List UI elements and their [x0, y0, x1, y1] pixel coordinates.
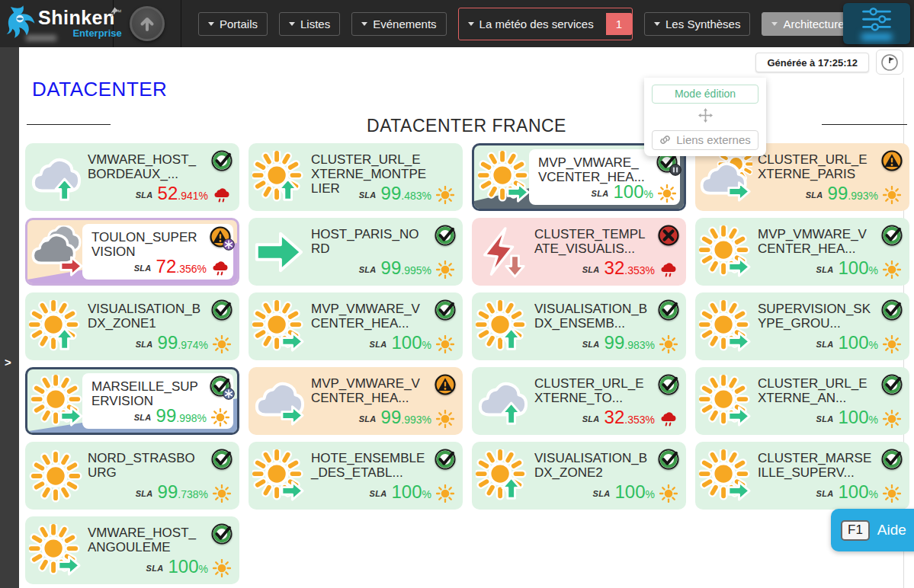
tile-weather-icon [699, 151, 752, 204]
service-tile[interactable]: VMWARE_HOST_BORDEAUX_... SLA 52.941% [25, 143, 239, 211]
scroll-top-button[interactable] [130, 6, 165, 41]
service-tile[interactable]: CLUSTER_URL_EXTERNE_MONTPELIER SLA 99.48… [249, 143, 463, 211]
service-tile[interactable]: HOST_PARIS_NORD SLA 99.995% [249, 218, 463, 286]
alert-count-badge: 1 [606, 13, 632, 35]
menu-listes[interactable]: Listes [279, 12, 340, 36]
sla-label: SLA [816, 265, 834, 274]
menu-syntheses[interactable]: Les Synthèses [644, 12, 750, 36]
status-badge [657, 224, 680, 247]
service-tile[interactable]: CLUSTER_MARSEILLE_SUPERV... SLA 100% [695, 442, 909, 510]
service-tile[interactable]: MVP_VMWARE_VCENTER_HEA... SLA 100% [249, 292, 463, 360]
sla-label: SLA [359, 265, 377, 274]
tile-name: VISUALISATION_BDX_ZONE1 [88, 302, 204, 331]
status-badge [210, 149, 233, 172]
service-tile[interactable]: CLUSTER_URL_EXTERNE_TO... SLA 32.353% [472, 367, 686, 435]
service-tile[interactable]: VISUALISATION_BDX_ZONE1 SLA 99.974% [25, 292, 239, 360]
tile-name: VMWARE_HOST_ANGOULEME [88, 526, 204, 554]
sla-label: SLA [816, 340, 834, 349]
generated-time-chip[interactable]: Générée à 17:25:12 [755, 53, 869, 72]
status-badge [434, 224, 457, 247]
main-content: Générée à 17:25:12 DATACENTER DATACENTER… [19, 47, 914, 588]
tile-weather-icon [699, 225, 752, 279]
tile-name: VISUALISATION_BDX_ENSEMB... [534, 302, 651, 331]
sla-value: 100% [614, 183, 654, 203]
service-tile[interactable]: NORD_STRASBOURG SLA 99.738% [25, 442, 239, 510]
navbar-divider [181, 0, 181, 47]
sla-label: SLA [359, 190, 377, 200]
menu-meteo-services[interactable]: La météo des services1 [458, 8, 633, 40]
help-label: Aide [877, 522, 906, 538]
sla-label: SLA [370, 340, 387, 349]
service-tile[interactable]: CLUSTER_TEMPLATE_VISUALIS... SLA 32.353% [472, 218, 686, 286]
service-tile[interactable]: MVP_VMWARE_VCENTER_HEA... SLA 99.993% [249, 367, 463, 435]
sla-value: 99.483% [381, 184, 431, 205]
sla-value: 100% [168, 558, 209, 578]
sla-label: SLA [582, 340, 600, 349]
sla-value: 100% [392, 483, 432, 503]
sla-value: 99.998% [156, 407, 207, 427]
sla-label: SLA [816, 414, 834, 423]
tile-weather-icon [252, 449, 306, 503]
service-tile[interactable]: CLUSTER_URL_EXTERNE_AN... SLA 100% [695, 367, 909, 435]
tile-weather-icon [31, 225, 85, 279]
tile-name: VMWARE_HOST_BORDEAUX_... [88, 152, 204, 181]
tile-weather-icon [29, 524, 82, 577]
tile-name: CLUSTER_TEMPLATE_VISUALIS... [534, 227, 651, 256]
tile-weather-icon [29, 300, 82, 353]
sla-trend-icon [211, 408, 229, 427]
sidebar-expand-chevron[interactable]: > [5, 356, 11, 369]
move-handle[interactable] [698, 107, 713, 126]
help-box[interactable]: F1 Aide × [831, 509, 914, 551]
liens-externes-button[interactable]: Liens externes [652, 130, 758, 150]
sla-label: SLA [359, 414, 377, 423]
sla-trend-icon [658, 184, 676, 203]
pin-icon[interactable] [109, 6, 119, 21]
tile-name: CLUSTER_URL_EXTERNE_AN... [758, 376, 874, 405]
service-tile[interactable]: HOTE_ENSEMBLE_DES_ETABL... SLA 100% [249, 442, 463, 510]
up-arrow-icon [138, 14, 156, 33]
status-badge [657, 448, 680, 471]
service-tile[interactable]: VMWARE_HOST_ANGOULEME SLA 100% [25, 516, 239, 584]
menu-evenements[interactable]: Evénements [351, 12, 446, 36]
flag-button[interactable] [876, 50, 903, 75]
menu-portails[interactable]: Portails [198, 12, 268, 36]
sla-label: SLA [136, 340, 153, 349]
sla-trend-icon [211, 259, 229, 277]
tile-name: CLUSTER_MARSEILLE_SUPERV... [758, 451, 874, 480]
tile-weather-icon [699, 449, 752, 503]
status-badge [434, 448, 457, 471]
tile-name: TOULON_SUPERVISION [91, 230, 198, 259]
service-tile[interactable]: VISUALISATION_BDX_ENSEMB... SLA 99.983% [472, 292, 686, 360]
service-tile[interactable]: MARSEILLE_SUPERVISION SLA 99.998% [25, 367, 239, 435]
edit-dropdown-menu: Mode édition Liens externes [644, 78, 766, 156]
tile-name: MARSEILLE_SUPERVISION [91, 379, 198, 408]
sla-trend-icon [213, 335, 231, 353]
shinken-logo[interactable]: Shinken™ Enterprise [0, 0, 113, 47]
sla-label: SLA [582, 414, 600, 423]
mode-edition-button[interactable]: Mode édition [652, 85, 758, 104]
status-badge [210, 522, 233, 545]
settings-sliders-button[interactable] [843, 3, 910, 44]
status-badge [657, 373, 680, 396]
service-tile[interactable]: SUPERVISION_SKYPE_GROU... SLA 100% [695, 292, 909, 360]
sla-value: 100% [839, 259, 879, 280]
status-badge [657, 299, 680, 321]
brand-name: Shinken [38, 7, 115, 28]
sla-trend-icon [436, 186, 454, 204]
sla-trend-icon [883, 260, 901, 279]
tile-name: NORD_STRASBOURG [88, 451, 204, 480]
tile-name: SUPERVISION_SKYPE_GROU... [758, 302, 874, 331]
sla-trend-icon [436, 260, 454, 279]
menu-label: Evénements [373, 18, 436, 30]
status-badge [209, 225, 232, 248]
sla-value: 72.356% [156, 257, 207, 278]
sla-label: SLA [582, 265, 600, 274]
status-badge [210, 448, 233, 471]
service-tile[interactable]: MVP_VMWARE_VCENTER_HEA... SLA 100% [695, 218, 909, 286]
service-tile[interactable]: TOULON_SUPERVISION SLA 72.356% [25, 218, 239, 286]
status-badge [880, 448, 903, 471]
service-tile[interactable]: VISUALISATION_BDX_ZONE2 SLA 100% [472, 442, 686, 510]
menu-label: Listes [300, 18, 330, 30]
sla-label: SLA [136, 190, 153, 200]
sla-value: 99.983% [605, 334, 655, 354]
